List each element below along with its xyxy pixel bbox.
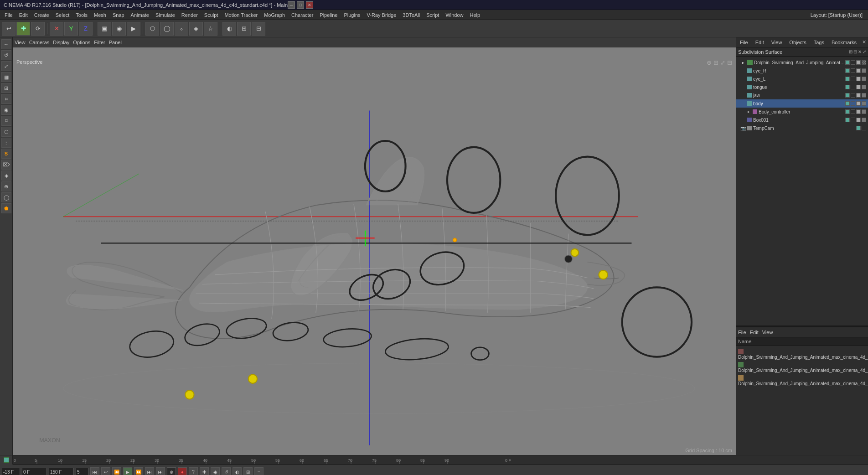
tree-item-eye-r[interactable]: eye_R [736, 67, 868, 75]
lt-scale[interactable]: ⤢ [1, 61, 11, 71]
tree-icon-expand[interactable]: ⤢ [863, 49, 866, 54]
lt-python[interactable]: ⬟ [1, 203, 11, 213]
tree-item-tongue[interactable]: tongue [736, 83, 868, 91]
mat-row-bones[interactable]: Dolphin_Swimming_And_Jumping_Animated_ma… [738, 347, 866, 361]
tool-play[interactable]: ▶ [127, 22, 140, 36]
lt-checkerboard[interactable]: ⊞ [1, 83, 11, 93]
menu-plugins[interactable]: Plugins [341, 11, 363, 19]
vp-icon-snap[interactable]: ⊕ [707, 59, 712, 66]
menu-window[interactable]: Window [443, 11, 466, 19]
mode-btn-z[interactable]: Z [79, 22, 93, 36]
vm-panel[interactable]: Panel [109, 40, 122, 45]
anim-mode-1[interactable]: ✚ [200, 467, 209, 475]
maximize-button[interactable]: □ [297, 1, 304, 9]
rp-tab-edit[interactable]: Edit [754, 39, 766, 46]
frame-display-input[interactable] [22, 468, 47, 475]
timeline-ruler[interactable]: 0 5 10 15 20 25 30 35 40 45 50 [0, 455, 868, 465]
goto-end-button[interactable]: ⏭ [156, 467, 165, 475]
rp-tab-objects[interactable]: Objects [787, 39, 808, 46]
mode-btn-y[interactable]: Y [64, 22, 78, 36]
tree-item-root[interactable]: ▸ Dolphin_Swimming_And_Jumping_Animated [736, 58, 868, 67]
menu-select[interactable]: Select [53, 11, 72, 19]
lt-extrude[interactable]: ⬡ [1, 127, 11, 137]
lt-move[interactable]: ↔ [1, 39, 11, 49]
lt-rotate[interactable]: ↺ [1, 50, 11, 60]
end-frame-input[interactable] [49, 468, 74, 475]
tool-obj2[interactable]: ◯ [160, 22, 174, 36]
rp-tab-file[interactable]: File [738, 39, 750, 46]
anim-mode-2[interactable]: ◉ [211, 467, 220, 475]
vp-icon-layout[interactable]: ⊟ [727, 59, 732, 66]
vm-cameras[interactable]: Cameras [29, 40, 50, 45]
menu-sculpt[interactable]: Sculpt [202, 11, 221, 19]
lt-light[interactable]: ◈ [1, 170, 11, 181]
rp-tab-bookmarks[interactable]: Bookmarks [830, 39, 858, 46]
lt-magnet[interactable]: ◉ [1, 105, 11, 115]
lt-array[interactable]: ⋮ [1, 138, 11, 148]
anim-mode-3[interactable]: ↺ [222, 467, 231, 475]
menu-file[interactable]: File [2, 11, 16, 19]
tree-item-eye-l[interactable]: eye_L [736, 75, 868, 83]
menu-mesh[interactable]: Mesh [91, 11, 109, 19]
tree-item-body-ctrl[interactable]: ▸ Body_controller [736, 108, 868, 116]
play-reverse-button[interactable]: ⏪ [112, 467, 121, 475]
viewport[interactable]: View Cameras Display Options Filter Pane… [13, 37, 736, 455]
add-button[interactable]: ✚ [16, 22, 30, 36]
tool-obj4[interactable]: ◈ [189, 22, 203, 36]
play-forward-button[interactable]: ⏩ [134, 467, 143, 475]
tool-grid[interactable]: ⊟ [252, 22, 265, 36]
tree-icon-2[interactable]: ⊟ [853, 49, 857, 54]
record-button[interactable]: ⊕ [167, 467, 176, 475]
anim-mode-4[interactable]: ◐ [232, 467, 242, 475]
current-frame-input[interactable] [2, 468, 20, 475]
menu-animate[interactable]: Animate [128, 11, 152, 19]
menu-tools[interactable]: Tools [73, 11, 90, 19]
vm-filter[interactable]: Filter [94, 40, 105, 45]
fps-input[interactable] [76, 468, 88, 475]
mode-btn-x[interactable]: ✕ [50, 22, 63, 36]
menu-motion-tracker[interactable]: Motion Tracker [222, 11, 260, 19]
undo-button[interactable]: ↩ [2, 22, 16, 36]
lt-camera[interactable]: ⊕ [1, 181, 11, 191]
menu-pipeline[interactable]: Pipeline [317, 11, 340, 19]
rp-tab-view[interactable]: View [770, 39, 784, 46]
rp-tab-tags[interactable]: Tags [812, 39, 826, 46]
tree-item-tempcam[interactable]: 📷 TempCam [736, 124, 868, 132]
tool-render2[interactable]: ◉ [112, 22, 126, 36]
goto-start-button[interactable]: ⏮ [90, 467, 99, 475]
mat-row-geom[interactable]: Dolphin_Swimming_And_Jumping_Animated_ma… [738, 361, 866, 374]
menu-mograph[interactable]: MoGraph [261, 11, 288, 19]
menu-script[interactable]: Script [424, 11, 442, 19]
vp-icon-maximize[interactable]: ⤢ [720, 59, 725, 66]
lt-scene[interactable]: ◯ [1, 192, 11, 202]
tree-icon-x[interactable]: ✕ [858, 49, 862, 54]
rp-icon-close[interactable]: ✕ [862, 39, 866, 45]
vm-display[interactable]: Display [53, 40, 69, 45]
lt-paint[interactable]: ⌑ [1, 116, 11, 126]
tool-obj3[interactable]: ⬦ [175, 22, 188, 36]
menu-3dtoall[interactable]: 3DToAll [400, 11, 423, 19]
vp-icon-camera[interactable]: ⊞ [713, 59, 718, 66]
close-button[interactable]: ✕ [306, 1, 313, 9]
next-frame-button[interactable]: ⏭ [145, 467, 154, 475]
menu-vray[interactable]: V-Ray Bridge [364, 11, 399, 19]
tool-render[interactable]: ▣ [98, 22, 111, 36]
play-button[interactable]: ▶ [123, 467, 132, 475]
menu-help[interactable]: Help [467, 11, 483, 19]
vm-view[interactable]: View [15, 40, 26, 45]
tool-obj1[interactable]: ⬡ [145, 22, 159, 36]
menu-create[interactable]: Create [31, 11, 52, 19]
tree-icon-1[interactable]: ⊞ [849, 49, 852, 54]
tool-obj5[interactable]: ☆ [204, 22, 217, 36]
anim-mode-5[interactable]: ⊞ [243, 467, 253, 475]
menu-render[interactable]: Render [179, 11, 201, 19]
prev-frame-button[interactable]: ↩ [101, 467, 110, 475]
tree-item-box001[interactable]: Box001 [736, 116, 868, 124]
tree-item-jaw[interactable]: jaw [736, 91, 868, 99]
lt-s[interactable]: S [1, 149, 11, 159]
key-red-button[interactable]: ● [178, 467, 187, 475]
lt-select[interactable]: ▦ [1, 72, 11, 82]
rpb-tab-file[interactable]: File [738, 330, 746, 335]
menu-snap[interactable]: Snap [110, 11, 127, 19]
vm-options[interactable]: Options [73, 40, 90, 45]
